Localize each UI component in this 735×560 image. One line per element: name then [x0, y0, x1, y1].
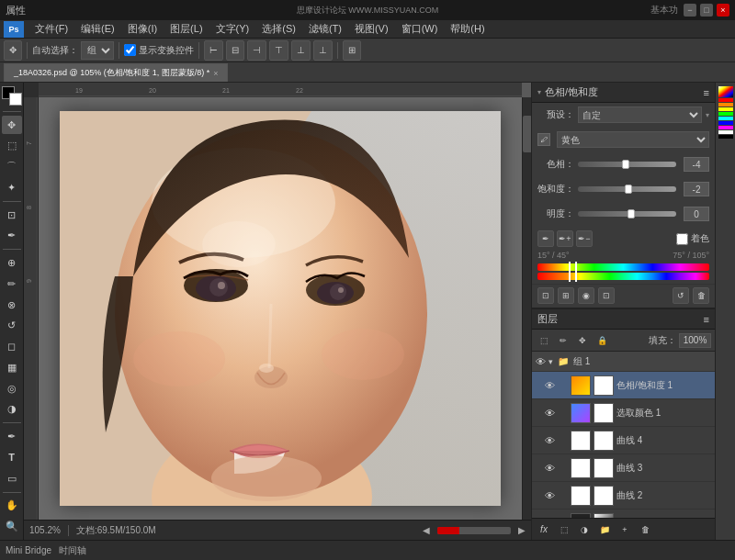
layer-group-1[interactable]: 👁 ▾ 📁 组 1: [532, 352, 715, 372]
swatch-orange[interactable]: [718, 103, 733, 106]
lasso-tool[interactable]: ⌒: [2, 157, 22, 176]
menu-view[interactable]: 视图(V): [349, 20, 394, 39]
eyedropper-minus-btn[interactable]: ✒−: [576, 230, 593, 247]
fx-btn[interactable]: fx: [536, 521, 552, 538]
lightness-slider[interactable]: [578, 211, 676, 217]
gradient-tool[interactable]: ▦: [2, 358, 22, 377]
vertical-scrollbar[interactable]: [522, 97, 531, 520]
menu-file[interactable]: 文件(F): [29, 20, 74, 39]
move-tool-btn[interactable]: ✥: [4, 40, 22, 61]
layer-row-3[interactable]: 👁 曲线 3: [532, 454, 715, 482]
hue-slider-thumb[interactable]: [622, 160, 629, 169]
group-eye[interactable]: 👁: [536, 356, 546, 367]
pen-tool[interactable]: ✒: [2, 427, 22, 446]
lock-transparent-btn[interactable]: ⬚: [536, 332, 552, 349]
align-left-btn[interactable]: ⊢: [204, 40, 223, 61]
mini-bridge-label[interactable]: Mini Bridge: [6, 545, 51, 555]
adj-layer-btn[interactable]: ◑: [576, 521, 593, 538]
minimize-btn[interactable]: −: [684, 4, 696, 17]
scrollbar-thumb-v[interactable]: [523, 116, 531, 152]
history-brush-tool[interactable]: ↺: [2, 316, 22, 335]
menu-edit[interactable]: 编辑(E): [75, 20, 120, 39]
eraser-tool[interactable]: ◻: [2, 337, 22, 356]
selection-tool[interactable]: ⬚: [2, 136, 22, 155]
maximize-btn[interactable]: □: [700, 4, 713, 17]
distribute-btn[interactable]: ⊞: [343, 40, 361, 61]
menu-layer[interactable]: 图层(L): [164, 20, 208, 39]
menu-window[interactable]: 窗口(W): [396, 20, 444, 39]
blur-tool[interactable]: ◎: [2, 379, 22, 398]
layer-3-eye[interactable]: 👁: [543, 462, 556, 475]
layer-row-5[interactable]: 👁 曲线 1: [532, 510, 715, 518]
auto-select-dropdown[interactable]: 组: [81, 41, 114, 60]
swatch-red[interactable]: [718, 98, 733, 102]
expand-btn[interactable]: ⊡: [598, 287, 615, 304]
document-tab[interactable]: _18A0326.psd @ 105% (色相/饱和度 1, 图层蒙版/8) *…: [4, 63, 228, 82]
swatch-green[interactable]: [718, 112, 733, 116]
eyedropper-btn[interactable]: ✒: [537, 230, 554, 247]
lightness-value[interactable]: 0: [684, 207, 709, 221]
nav-right-btn[interactable]: ▶: [518, 525, 526, 535]
swatch-white[interactable]: [718, 130, 733, 134]
group-btn[interactable]: 📁: [596, 521, 613, 538]
menu-filter[interactable]: 滤镜(T): [303, 20, 347, 39]
lock-all-btn[interactable]: 🔒: [594, 332, 610, 349]
layer-row-1[interactable]: 👁 选取颜色 1: [532, 399, 715, 427]
align-center-btn[interactable]: ⊟: [226, 40, 244, 61]
shape-tool[interactable]: ▭: [2, 469, 22, 488]
canvas-wrap[interactable]: [39, 97, 522, 520]
show-transform-checkbox[interactable]: [124, 44, 136, 56]
layers-menu-btn[interactable]: ≡: [704, 314, 709, 325]
layer-4-eye[interactable]: 👁: [543, 489, 556, 502]
crop-tool[interactable]: ⊡: [2, 206, 22, 225]
add-mask-btn[interactable]: ⬚: [556, 521, 572, 538]
nav-left-btn[interactable]: ◀: [423, 525, 430, 535]
swatch-yellow[interactable]: [718, 107, 733, 111]
tab-close-btn[interactable]: ×: [213, 69, 218, 78]
layer-0-eye[interactable]: 👁: [543, 379, 556, 392]
eyedropper-plus-btn[interactable]: ✒+: [557, 230, 573, 247]
menu-help[interactable]: 帮助(H): [445, 20, 490, 39]
collapse-icon[interactable]: ▾: [537, 88, 541, 96]
hand-tool[interactable]: ✋: [2, 496, 22, 515]
healing-brush-tool[interactable]: ⊕: [2, 253, 22, 273]
menu-text[interactable]: 文字(Y): [210, 20, 255, 39]
align-top-btn[interactable]: ⊤: [269, 40, 288, 61]
layer-2-eye[interactable]: 👁: [543, 434, 556, 447]
stamp-tool[interactable]: ⊗: [2, 296, 22, 315]
colorize-checkbox[interactable]: [676, 233, 688, 245]
swatch-magenta[interactable]: [718, 126, 733, 129]
layer-1-eye[interactable]: 👁: [543, 407, 556, 420]
group-arrow[interactable]: ▾: [548, 357, 553, 366]
delete-layer-btn[interactable]: 🗑: [637, 521, 653, 538]
saturation-slider[interactable]: [578, 186, 676, 192]
lightness-slider-thumb[interactable]: [628, 209, 635, 218]
dodge-tool[interactable]: ◑: [2, 400, 22, 420]
menu-image[interactable]: 图像(I): [122, 20, 163, 39]
preset-btn[interactable]: ⊞: [558, 287, 574, 304]
new-layer-btn[interactable]: +: [616, 521, 633, 538]
channel-icon[interactable]: 🖊: [537, 133, 550, 146]
layer-row-4[interactable]: 👁 曲线 2: [532, 482, 715, 510]
magic-wand-tool[interactable]: ✦: [2, 178, 22, 197]
swatch-black[interactable]: [718, 135, 733, 139]
saturation-slider-thumb[interactable]: [625, 185, 632, 194]
layer-row-0[interactable]: 👁 色相/饱和度 1: [532, 372, 715, 399]
brush-tool[interactable]: ✏: [2, 274, 22, 294]
align-bottom-btn[interactable]: ⊥: [313, 40, 333, 61]
fill-value[interactable]: 100%: [679, 333, 711, 348]
close-btn[interactable]: ×: [717, 4, 729, 17]
eyedropper-tool[interactable]: ✒: [2, 226, 22, 245]
hue-value[interactable]: -4: [684, 157, 709, 172]
move-tool[interactable]: ✥: [2, 116, 22, 135]
reset-btn[interactable]: ↺: [673, 287, 689, 304]
channel-select[interactable]: 黄色: [557, 131, 709, 148]
swatch-cyan[interactable]: [718, 117, 733, 120]
hue-slider[interactable]: [578, 162, 676, 167]
timeline-label[interactable]: 时间轴: [59, 544, 86, 557]
align-middle-btn[interactable]: ⊥: [291, 40, 311, 61]
swatch-blue[interactable]: [718, 121, 733, 125]
align-right-btn[interactable]: ⊣: [247, 40, 266, 61]
zoom-tool[interactable]: 🔍: [2, 517, 22, 536]
saturation-value[interactable]: -2: [684, 182, 709, 196]
